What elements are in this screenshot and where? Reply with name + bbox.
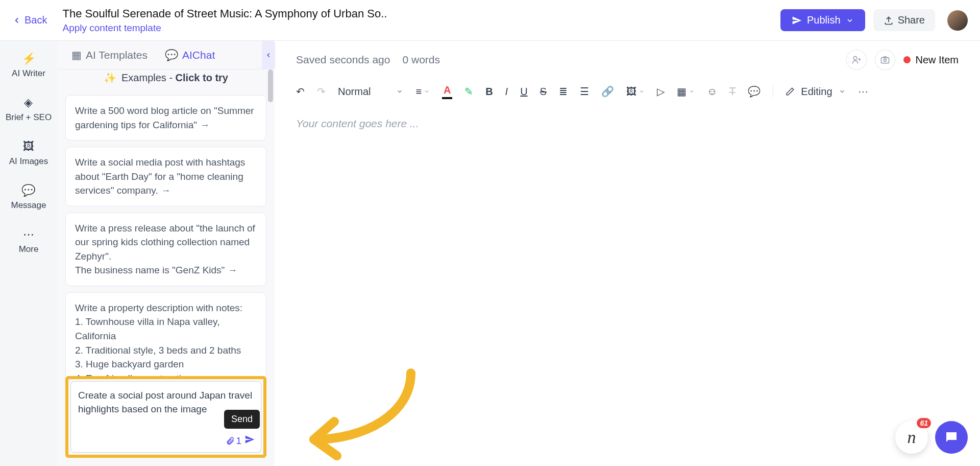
more-toolbar-button[interactable]: ⋯ bbox=[858, 85, 868, 98]
redo-button[interactable]: ↷ bbox=[317, 85, 326, 98]
image-insert-button[interactable]: 🖼 bbox=[626, 86, 645, 98]
tab-ai-templates[interactable]: ▦ AI Templates bbox=[71, 49, 148, 61]
example-card[interactable]: Write a 500 word blog article on "Summer… bbox=[65, 95, 266, 141]
svg-rect-4 bbox=[881, 58, 889, 63]
media-button[interactable] bbox=[875, 50, 895, 70]
rail-more-label: More bbox=[19, 244, 39, 254]
rail-ai-writer[interactable]: ⚡ AI Writer bbox=[12, 52, 45, 79]
share-label: Share bbox=[898, 14, 925, 26]
clear-format-button[interactable]: T̶ bbox=[729, 85, 736, 98]
underline-button[interactable]: U bbox=[520, 86, 527, 98]
chevron-left-icon bbox=[12, 16, 21, 25]
chevron-down-icon bbox=[846, 16, 854, 25]
chevron-left-icon bbox=[265, 52, 272, 59]
new-item-label: New Item bbox=[916, 54, 959, 66]
link-button[interactable]: 🔗 bbox=[601, 85, 614, 98]
rail-brief-seo-label: Brief + SEO bbox=[6, 112, 52, 123]
numbered-list-button[interactable]: ☰ bbox=[580, 85, 589, 98]
chevron-down-icon bbox=[639, 88, 645, 95]
rail-message[interactable]: 💬 Message bbox=[11, 184, 46, 211]
svg-point-5 bbox=[884, 59, 886, 61]
example-text: Write a 500 word blog article on "Summer… bbox=[75, 105, 254, 130]
notification-badge: 61 bbox=[917, 418, 931, 428]
bullet-list-button[interactable]: ≣ bbox=[559, 85, 568, 98]
send-icon bbox=[244, 434, 255, 445]
editor-header-right: New Item bbox=[846, 50, 959, 70]
chat-icon: 💬 bbox=[165, 49, 178, 61]
chat-input-box[interactable]: Create a social post around Japan travel… bbox=[70, 381, 261, 453]
sparkle-icon: ✨ bbox=[104, 72, 116, 84]
video-button[interactable]: ▷ bbox=[657, 85, 665, 98]
arrow-right-icon: → bbox=[200, 120, 210, 130]
editor-header: Saved seconds ago 0 words New Item bbox=[275, 41, 980, 79]
help-widget[interactable]: n 61 bbox=[895, 421, 928, 454]
user-plus-icon bbox=[851, 55, 862, 65]
emoji-button[interactable]: ☺ bbox=[707, 86, 717, 98]
editor-body[interactable]: Your content goes here ... bbox=[275, 104, 980, 143]
scrollbar-thumb[interactable] bbox=[268, 69, 273, 102]
top-actions: Publish Share bbox=[780, 9, 968, 31]
tab-ai-chat[interactable]: 💬 AIChat bbox=[165, 49, 215, 61]
bold-button[interactable]: B bbox=[485, 86, 493, 98]
collapse-panel-button[interactable] bbox=[262, 41, 275, 69]
editing-mode-select[interactable]: Editing bbox=[786, 86, 845, 98]
attachment-button[interactable]: 1 bbox=[226, 435, 241, 447]
dots-icon: ⋯ bbox=[23, 228, 34, 241]
rail-brief-seo[interactable]: ◈ Brief + SEO bbox=[6, 96, 52, 123]
attachment-count: 1 bbox=[236, 435, 241, 447]
italic-button[interactable]: I bbox=[505, 86, 508, 98]
highlight-button[interactable]: ✎ bbox=[464, 85, 473, 98]
user-avatar[interactable] bbox=[947, 10, 968, 31]
status-dot-icon bbox=[903, 56, 911, 63]
message-icon: 💬 bbox=[21, 184, 35, 197]
back-button[interactable]: Back bbox=[12, 14, 47, 26]
chevron-down-icon bbox=[424, 88, 430, 95]
share-button[interactable]: Share bbox=[873, 9, 935, 31]
editor-toolbar: ↶ ↷ Normal ≡ A ✎ B I U S ≣ ☰ 🔗 🖼 ▷ ▦ ☺ T… bbox=[275, 79, 980, 104]
rail-ai-writer-label: AI Writer bbox=[12, 68, 45, 79]
example-card[interactable]: Write a social media post with hashtags … bbox=[65, 147, 266, 206]
rail-ai-images[interactable]: 🖼 AI Images bbox=[9, 140, 48, 167]
examples-header-try: Click to try bbox=[176, 72, 228, 83]
add-collaborator-button[interactable] bbox=[846, 50, 867, 70]
bolt-icon: ⚡ bbox=[22, 52, 36, 65]
paragraph-style-select[interactable]: Normal bbox=[338, 86, 403, 98]
apply-template-link[interactable]: Apply content template bbox=[62, 22, 780, 34]
example-text: Write a property description with notes:… bbox=[75, 302, 242, 376]
editor-placeholder: Your content goes here ... bbox=[296, 118, 959, 130]
publish-button[interactable]: Publish bbox=[780, 9, 865, 31]
tab-chat-label: AIChat bbox=[182, 49, 215, 61]
left-rail: ⚡ AI Writer ◈ Brief + SEO 🖼 AI Images 💬 … bbox=[0, 41, 57, 466]
chevron-down-icon bbox=[396, 88, 403, 95]
comment-button[interactable]: 💬 bbox=[748, 85, 761, 98]
saved-status: Saved seconds ago bbox=[296, 54, 390, 66]
strikethrough-button[interactable]: S bbox=[540, 86, 547, 98]
table-button[interactable]: ▦ bbox=[677, 85, 695, 98]
send-button[interactable] bbox=[244, 434, 255, 447]
rail-more[interactable]: ⋯ More bbox=[19, 228, 39, 254]
publish-label: Publish bbox=[807, 14, 841, 26]
arrow-right-icon: → bbox=[161, 185, 171, 196]
new-item[interactable]: New Item bbox=[903, 54, 959, 66]
example-text: Write a social media post with hashtags … bbox=[75, 157, 245, 196]
top-bar: Back The Soulful Serenade of Street Musi… bbox=[0, 0, 980, 41]
support-chat-fab[interactable] bbox=[935, 421, 968, 454]
side-tabs: ▦ AI Templates 💬 AIChat bbox=[57, 41, 275, 69]
word-count: 0 words bbox=[402, 54, 440, 66]
side-panel: ▦ AI Templates 💬 AIChat ✨ Examples - Cli… bbox=[57, 41, 275, 466]
undo-button[interactable]: ↶ bbox=[296, 85, 305, 98]
arrow-right-icon: → bbox=[228, 265, 237, 275]
paragraph-style-label: Normal bbox=[338, 86, 371, 98]
tab-templates-label: AI Templates bbox=[86, 49, 148, 61]
examples-header-text: Examples - bbox=[121, 72, 176, 83]
example-card[interactable]: Write a press release about "the launch … bbox=[65, 213, 266, 286]
chat-bubble-icon bbox=[944, 430, 959, 445]
align-button[interactable]: ≡ bbox=[415, 86, 430, 98]
examples-header: ✨ Examples - Click to try bbox=[65, 69, 266, 89]
paperclip-icon bbox=[226, 436, 235, 446]
target-icon: ◈ bbox=[24, 96, 33, 109]
templates-icon: ▦ bbox=[71, 49, 82, 61]
send-icon bbox=[792, 15, 802, 26]
example-card[interactable]: Write a property description with notes:… bbox=[65, 292, 266, 376]
text-color-button[interactable]: A bbox=[442, 84, 452, 99]
